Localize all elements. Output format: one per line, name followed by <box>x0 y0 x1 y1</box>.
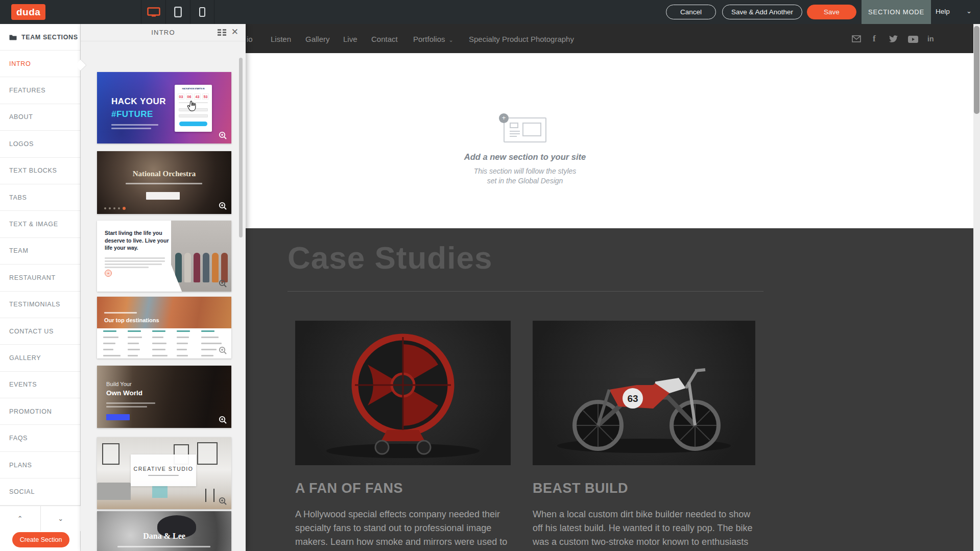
wireframe-line <box>510 133 520 134</box>
twitter-icon[interactable] <box>889 35 898 42</box>
figure <box>184 253 191 282</box>
sidebar-item-tabs[interactable]: TABS <box>0 184 80 211</box>
youtube-icon[interactable] <box>908 36 918 43</box>
template-thumbnail-wedding[interactable]: Dana & Lee ♥ <box>97 511 231 551</box>
cancel-button[interactable]: Cancel <box>666 5 716 19</box>
text-line-placeholder <box>126 183 202 184</box>
zoom-icon[interactable] <box>219 416 227 424</box>
template-thumbnail-lifestyle[interactable]: Start living the life you deserve to liv… <box>97 221 231 292</box>
section-mode-badge: SECTION MODE <box>862 0 931 24</box>
mobile-preview-button[interactable] <box>190 0 214 24</box>
text-line-placeholder <box>117 546 210 547</box>
zoom-icon[interactable] <box>219 202 227 210</box>
link-placeholder <box>177 349 187 350</box>
desktop-preview-button[interactable] <box>141 0 165 24</box>
countdown-value: 53 <box>202 93 209 100</box>
sidebar-item-restaurant[interactable]: RESTAURANT <box>0 265 80 291</box>
nav-item-listen[interactable]: Listen <box>271 35 291 43</box>
template-thumbnail-hackathon[interactable]: HACK YOUR #FUTURE HACKATHON STARTS IN 03… <box>97 72 231 143</box>
intro-sections-flyout: INTRO ✕ HACK YOUR #FUTURE HACKATHON STAR… <box>81 24 246 551</box>
desktop-icon <box>147 7 160 17</box>
dirt-bike-photo: 63 <box>533 321 755 465</box>
sidebar-item-faqs[interactable]: FAQS <box>0 425 80 451</box>
nav-item-contact[interactable]: Contact <box>371 35 398 43</box>
section-template-list: HACK YOUR #FUTURE HACKATHON STARTS IN 03… <box>81 41 246 551</box>
sidebar-item-intro[interactable]: INTRO <box>0 51 80 77</box>
linkedin-icon[interactable]: in <box>927 35 934 43</box>
scroll-down-button[interactable]: ⌄ <box>41 506 81 531</box>
link-placeholder <box>201 337 219 338</box>
chevron-down-icon: ⌄ <box>58 515 63 522</box>
zoom-icon[interactable] <box>219 346 227 355</box>
save-and-add-another-button[interactable]: Save & Add Another <box>722 5 802 19</box>
tablet-icon <box>174 7 182 17</box>
chair-shape <box>213 489 214 502</box>
sidebar-item-logos[interactable]: LOGOS <box>0 131 80 157</box>
save-button[interactable]: Save <box>807 5 856 19</box>
text-line-placeholder <box>105 257 165 259</box>
template-heading: Start living the life you deserve to liv… <box>105 229 175 252</box>
link-placeholder <box>152 349 165 350</box>
sidebar-item-events[interactable]: EVENTS <box>0 372 80 398</box>
sidebar-item-contact-us[interactable]: CONTACT US <box>0 318 80 345</box>
zoom-icon[interactable] <box>219 131 227 140</box>
sidebar-item-plans[interactable]: PLANS <box>0 452 80 478</box>
template-heading: National Orchestra <box>97 170 231 178</box>
text-line-placeholder <box>111 124 158 126</box>
close-icon[interactable]: ✕ <box>231 28 238 36</box>
text-line-placeholder <box>105 267 149 268</box>
email-icon[interactable] <box>852 35 861 42</box>
dot-active <box>123 207 126 210</box>
chevron-down-icon[interactable]: ⌄ <box>966 7 972 15</box>
case-study-card: 63 BEAST BUILD When a local custom dirt … <box>533 321 755 549</box>
nav-item-gallery[interactable]: Gallery <box>305 35 330 43</box>
template-thumbnail-build-world[interactable]: Build Your Own World <box>97 366 231 428</box>
sofa-shape <box>97 483 131 500</box>
plus-icon[interactable]: + <box>499 113 509 123</box>
link-placeholder <box>152 337 163 338</box>
nav-item-live[interactable]: Live <box>343 35 357 43</box>
template-thumbnail-creative-studio[interactable]: CREATIVE STUDIO <box>97 437 231 509</box>
wireframe-heading-box <box>510 123 518 128</box>
sidebar-item-features[interactable]: FEATURES <box>0 77 80 104</box>
nav-item-specialty[interactable]: Specialty Product Photography <box>469 35 574 43</box>
template-thumbnail-destinations[interactable]: Our top destinations <box>97 297 231 358</box>
link-placeholder <box>128 343 139 344</box>
link-placeholder <box>201 349 217 350</box>
link-placeholder <box>152 343 166 344</box>
sidebar-item-text-blocks[interactable]: TEXT BLOCKS <box>0 158 80 184</box>
figure <box>175 253 182 282</box>
facebook-icon[interactable]: f <box>873 34 876 44</box>
sidebar-item-social[interactable]: SOCIAL <box>0 478 80 505</box>
label-placeholder <box>179 102 208 103</box>
column-header-placeholder <box>201 330 214 332</box>
help-menu[interactable]: Help <box>936 8 950 15</box>
layout-grid-icon[interactable] <box>218 29 226 36</box>
nav-item-portfolios[interactable]: Portfolios⌄ <box>413 35 453 43</box>
nav-item-partial[interactable]: io <box>247 35 253 43</box>
page-scrollbar[interactable] <box>973 24 980 551</box>
template-heading-bold: Own World <box>106 389 142 397</box>
zoom-icon[interactable] <box>219 497 227 506</box>
create-section-button[interactable]: Create Section <box>12 532 69 547</box>
tablet-preview-button[interactable] <box>165 0 190 24</box>
link-placeholder <box>177 337 189 338</box>
sidebar-item-text-and-image[interactable]: TEXT & IMAGE <box>0 211 80 237</box>
sidebar-item-gallery[interactable]: GALLERY <box>0 345 80 371</box>
sidebar-item-team[interactable]: TEAM <box>0 238 80 265</box>
cta-button-placeholder <box>146 192 180 200</box>
text-line-placeholder <box>106 406 147 408</box>
scroll-up-button[interactable]: ⌃ <box>0 506 41 531</box>
sidebar-item-promotion[interactable]: PROMOTION <box>0 398 80 425</box>
link-placeholder <box>177 343 188 344</box>
column-header-placeholder <box>103 330 116 332</box>
template-thumbnail-orchestra[interactable]: National Orchestra <box>97 151 231 214</box>
flyout-scrollbar-thumb[interactable] <box>239 58 243 237</box>
sidebar-item-testimonials[interactable]: TESTIMONIALS <box>0 292 80 318</box>
text-line-placeholder <box>105 263 162 265</box>
countdown-card-title: HACKATHON STARTS IN <box>182 88 205 90</box>
zoom-icon[interactable] <box>219 279 227 288</box>
sidebar-item-about[interactable]: ABOUT <box>0 104 80 131</box>
link-placeholder <box>103 355 121 356</box>
page-scrollbar-thumb[interactable] <box>974 26 979 114</box>
